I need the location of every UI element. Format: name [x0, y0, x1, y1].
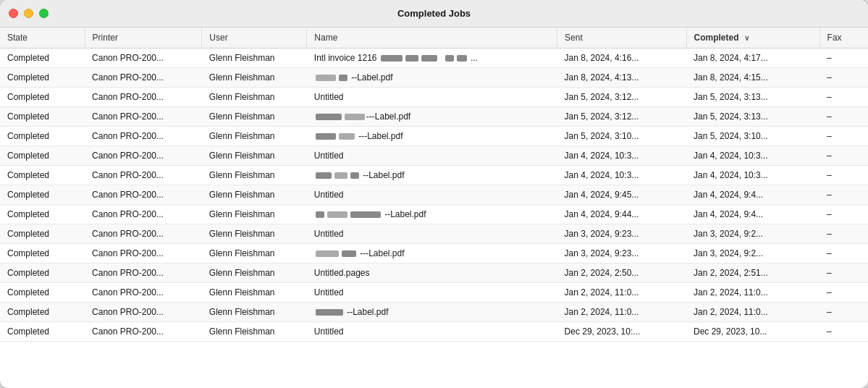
- table-row[interactable]: CompletedCanon PRO-200...Glenn Fleishman…: [0, 68, 868, 88]
- table-row[interactable]: CompletedCanon PRO-200...Glenn Fleishman…: [0, 283, 868, 303]
- maximize-button[interactable]: [39, 9, 49, 18]
- main-window: Completed Jobs State Printer User Name: [0, 0, 868, 388]
- col-header-state[interactable]: State: [0, 28, 85, 48]
- title-bar: Completed Jobs: [0, 0, 868, 28]
- col-header-name[interactable]: Name: [307, 28, 557, 48]
- table-row[interactable]: CompletedCanon PRO-200...Glenn Fleishman…: [0, 146, 868, 166]
- close-button[interactable]: [9, 9, 18, 18]
- minimize-button[interactable]: [24, 9, 33, 18]
- col-header-sent[interactable]: Sent: [557, 28, 686, 48]
- table-row[interactable]: CompletedCanon PRO-200...Glenn Fleishman…: [0, 48, 868, 68]
- col-header-completed[interactable]: Completed ∨: [686, 28, 819, 48]
- table-row[interactable]: CompletedCanon PRO-200...Glenn Fleishman…: [0, 303, 868, 322]
- table-row[interactable]: CompletedCanon PRO-200...Glenn Fleishman…: [0, 185, 868, 205]
- window-title: Completed Jobs: [397, 8, 471, 19]
- table-row[interactable]: CompletedCanon PRO-200...Glenn Fleishman…: [0, 88, 868, 107]
- table-row[interactable]: CompletedCanon PRO-200...Glenn Fleishman…: [0, 166, 868, 185]
- table-row[interactable]: CompletedCanon PRO-200...Glenn Fleishman…: [0, 263, 868, 283]
- table-row[interactable]: CompletedCanon PRO-200...Glenn Fleishman…: [0, 322, 868, 342]
- table-row[interactable]: CompletedCanon PRO-200...Glenn Fleishman…: [0, 224, 868, 244]
- traffic-lights: [9, 9, 49, 18]
- jobs-table: State Printer User Name Sent C: [0, 28, 868, 342]
- col-header-printer[interactable]: Printer: [85, 28, 202, 48]
- table-container[interactable]: State Printer User Name Sent C: [0, 28, 868, 388]
- table-row[interactable]: CompletedCanon PRO-200...Glenn Fleishman…: [0, 127, 868, 146]
- sort-indicator: ∨: [744, 34, 749, 42]
- table-row[interactable]: CompletedCanon PRO-200...Glenn Fleishman…: [0, 107, 868, 127]
- table-header-row: State Printer User Name Sent C: [0, 28, 868, 48]
- col-header-user[interactable]: User: [202, 28, 307, 48]
- table-row[interactable]: CompletedCanon PRO-200...Glenn Fleishman…: [0, 244, 868, 263]
- table-row[interactable]: CompletedCanon PRO-200...Glenn Fleishman…: [0, 205, 868, 224]
- col-header-fax[interactable]: Fax: [819, 28, 868, 48]
